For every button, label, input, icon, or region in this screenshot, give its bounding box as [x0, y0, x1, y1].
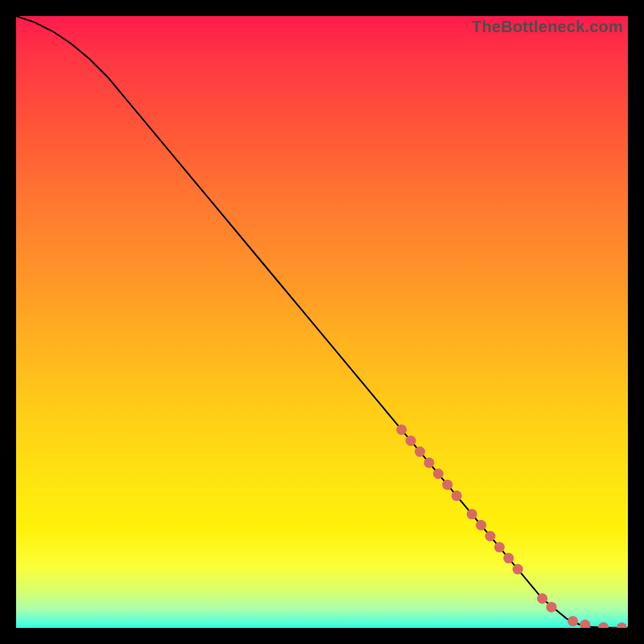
chart-marker	[547, 602, 557, 613]
chart-marker	[442, 480, 452, 490]
chart-marker	[406, 436, 416, 446]
chart-marker	[467, 509, 477, 519]
chart-marker	[415, 447, 425, 457]
chart-marker	[485, 531, 496, 542]
chart-marker	[513, 564, 523, 575]
chart-marker	[617, 622, 627, 628]
chart-marker	[580, 620, 590, 628]
chart-plot-area: TheBottleneck.com	[16, 16, 628, 628]
chart-marker	[476, 520, 486, 530]
chart-curve	[16, 16, 628, 628]
chart-marker	[424, 457, 435, 468]
chart-marker	[433, 469, 444, 479]
chart-marker	[452, 490, 462, 501]
chart-line-series	[16, 16, 628, 628]
chart-marker	[494, 542, 505, 552]
chart-marker	[396, 424, 407, 435]
chart-svg	[16, 16, 628, 628]
chart-marker	[598, 622, 609, 628]
chart-marker-series	[396, 424, 627, 628]
chart-marker	[537, 593, 547, 604]
chart-marker	[503, 553, 514, 564]
chart-marker	[568, 616, 578, 626]
